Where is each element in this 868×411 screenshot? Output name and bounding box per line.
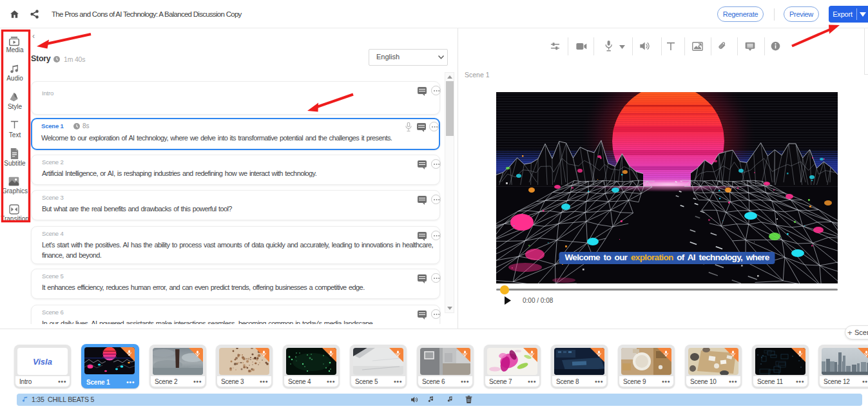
svg-text:Visla: Visla — [33, 357, 52, 367]
